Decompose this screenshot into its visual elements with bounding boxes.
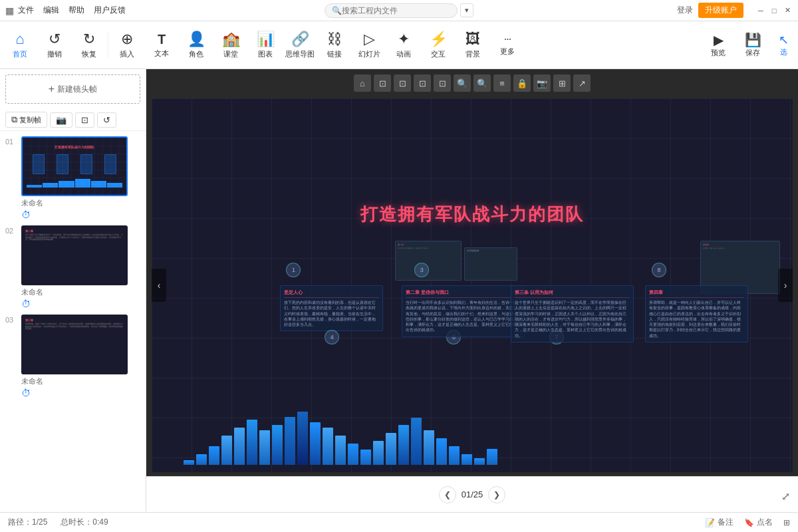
toolbar-insert[interactable]: ⊕ 插入 xyxy=(110,24,144,66)
prev-page-button[interactable]: ❮ xyxy=(439,486,456,503)
canvas-right-arrow[interactable]: › xyxy=(778,269,793,302)
bar-25 xyxy=(487,449,497,465)
page-indicator: 01/25 xyxy=(462,489,483,499)
bar-4 xyxy=(221,436,232,465)
camera-icon: 📷 xyxy=(56,115,66,125)
bookmark-icon: 🔖 xyxy=(744,518,754,527)
toolbar-undo-label: 撤销 xyxy=(47,49,62,59)
search-dropdown[interactable]: ▾ xyxy=(460,3,473,17)
slide-item-2[interactable]: 02 第二章 这个世界只生于拥能适识到了一定的高度，而不在学而报保在巨人的肩膀上… xyxy=(0,223,146,312)
menu-help[interactable]: 帮助 xyxy=(68,5,84,16)
canvas-select-button[interactable]: ⊡ xyxy=(374,74,391,92)
toolbar-redo[interactable]: ↻ 恢复 xyxy=(72,24,106,66)
toolbar-redo-label: 恢复 xyxy=(82,49,96,59)
save-button[interactable]: 💾 保存 xyxy=(737,24,769,66)
canvas-frame-button[interactable]: ⊡ xyxy=(434,74,451,92)
mini-slide-a[interactable]: 第二章 这个世界只生于拥能适识到了一定的高度，而不在学... xyxy=(395,241,462,281)
camera-button[interactable]: 📷 xyxy=(50,112,72,128)
menu-feedback[interactable]: 用户反馈 xyxy=(94,5,126,16)
copy-frame-button[interactable]: ⧉ 复制帧 xyxy=(5,112,47,128)
animation-icon: ✦ xyxy=(398,31,410,48)
preview-button[interactable]: ▶ 预览 xyxy=(702,24,734,66)
canvas-fullscreen-button[interactable]: ↗ xyxy=(573,74,591,92)
next-page-button[interactable]: ❯ xyxy=(488,486,505,503)
slide-label-2: 未命名 xyxy=(21,287,140,297)
select-button[interactable]: ↖ 选 xyxy=(771,24,795,66)
block1-title: 坚定人心 xyxy=(284,289,379,298)
slide-item-3[interactable]: 03 第三章 所谓帮助，就是一种向人们新出自己，并可以让人终有架业的容事，是因有… xyxy=(0,312,146,401)
toolbar-chart[interactable]: 📊 图表 xyxy=(248,24,283,66)
canvas-copy-button[interactable]: ⊡ xyxy=(394,74,411,92)
text-block-1[interactable]: 坚定人心 按下死的内容和成功没有看到的系，但是认真很在它们。您的人生并改变的是安… xyxy=(280,285,383,331)
toolbar-mindmap-label: 思维导图 xyxy=(285,49,315,59)
menu-edit[interactable]: 编辑 xyxy=(43,5,59,16)
upgrade-button[interactable]: 升级账户 xyxy=(698,3,743,18)
bar-6 xyxy=(247,420,257,465)
maximize-button[interactable]: □ xyxy=(769,5,779,16)
canvas-home-button[interactable]: ⌂ xyxy=(354,74,371,92)
toolbar-link[interactable]: ⛓ 链接 xyxy=(317,24,352,66)
toolbar-interact[interactable]: ⚡ 交互 xyxy=(421,24,456,66)
crop-button[interactable]: ⊡ xyxy=(75,112,94,128)
text-block-3[interactable]: 第三条 以用为如何 这个世界只生于拥能适识到了一定的高度，而不在学而报保在巨人的… xyxy=(511,285,634,342)
canvas-snapshot-button[interactable]: 📷 xyxy=(533,74,551,92)
refresh-button[interactable]: ↺ xyxy=(97,112,116,128)
slide-badge-1: ⏱ xyxy=(21,209,140,220)
toolbar-background[interactable]: 🖼 背景 xyxy=(456,24,490,66)
toolbar-home[interactable]: ⌂ 首页 xyxy=(3,24,37,66)
timer-icon-2: ⏱ xyxy=(21,299,31,309)
toolbar-text[interactable]: T 文本 xyxy=(144,24,179,66)
bar-chart xyxy=(184,412,761,465)
titlebar-right: 登录 升级账户 ─ □ ✕ xyxy=(677,3,793,18)
classroom-icon: 🏫 xyxy=(222,31,240,48)
window-controls: ─ □ ✕ xyxy=(755,5,793,16)
toolbar-background-label: 背景 xyxy=(466,49,480,59)
bar-1 xyxy=(184,460,194,464)
toolbar-mindmap[interactable]: 🔗 思维导图 xyxy=(283,24,317,66)
preview-icon: ▶ xyxy=(714,32,724,48)
select-label: 选 xyxy=(780,47,787,57)
toolbar-character[interactable]: 👤 角色 xyxy=(179,24,213,66)
note-button[interactable]: 📝 备注 xyxy=(705,517,733,528)
toolbar-animation[interactable]: ✦ 动画 xyxy=(386,24,421,66)
toolbar-undo[interactable]: ↺ 撤销 xyxy=(37,24,72,66)
titlebar: ▦ 文件 编辑 帮助 用户反馈 🔍 ▾ 登录 升级账户 ─ □ ✕ xyxy=(0,0,798,21)
canvas-zoomin-button[interactable]: 🔍 xyxy=(454,74,471,92)
canvas-lock-button[interactable]: 🔒 xyxy=(513,74,531,92)
bookmark-button[interactable]: 🔖 点名 xyxy=(744,517,773,528)
toolbar-more[interactable]: ··· 更多 xyxy=(490,24,525,66)
new-frame-button[interactable]: + 新建镜头帧 xyxy=(5,74,140,104)
timer-icon-3: ⏱ xyxy=(21,388,31,398)
bar-9 xyxy=(285,417,295,465)
text-icon: T xyxy=(158,32,166,47)
toolbar-slideshow-label: 幻灯片 xyxy=(358,49,380,59)
menu-file[interactable]: 文件 xyxy=(18,5,34,16)
text-block-4[interactable]: 第四章 所谓帮助，就是一种向人们新出自己，并可以让人终有架业的容事，是因有教受心… xyxy=(645,285,748,342)
new-frame-label: 新建镜头帧 xyxy=(57,84,97,95)
login-button[interactable]: 登录 xyxy=(677,5,693,16)
expand-button[interactable]: ⤢ xyxy=(781,490,790,503)
character-icon: 👤 xyxy=(188,31,205,48)
canvas-zoomout-button[interactable]: 🔍 xyxy=(473,74,491,92)
num-circle-8: 8 xyxy=(652,263,666,277)
toolbar-classroom[interactable]: 🏫 课堂 xyxy=(213,24,248,66)
search-wrap: 🔍 xyxy=(325,3,458,18)
slide-item-1[interactable]: 01 打造拥有军队战斗力的团队 xyxy=(0,134,146,223)
canvas-left-arrow[interactable]: ‹ xyxy=(152,269,166,302)
statusbar-more-button[interactable]: ⊞ xyxy=(783,518,790,527)
copy-label: 复制帧 xyxy=(19,115,41,125)
toolbar-slideshow[interactable]: ▷ 幻灯片 xyxy=(352,24,386,66)
mini-slide-b[interactable]: 文字内容区域 xyxy=(464,247,517,281)
search-input[interactable] xyxy=(342,6,450,15)
crop-icon: ⊡ xyxy=(81,115,88,125)
canvas-paste-button[interactable]: ⊡ xyxy=(414,74,431,92)
close-button[interactable]: ✕ xyxy=(782,5,793,16)
canvas-layout-button[interactable]: ≡ xyxy=(493,74,511,92)
toolbar-text-label: 文本 xyxy=(154,49,169,59)
canvas-grid-button[interactable]: ⊞ xyxy=(553,74,571,92)
bar-2 xyxy=(196,454,207,465)
note-label: 备注 xyxy=(718,517,733,528)
minimize-button[interactable]: ─ xyxy=(755,5,766,16)
bar-18 xyxy=(398,425,409,465)
text-block-2[interactable]: 第二章 坚信你与我口 当行时一出同不余多认识知到我们，青年有好的生活，告诉一出条… xyxy=(402,285,525,337)
